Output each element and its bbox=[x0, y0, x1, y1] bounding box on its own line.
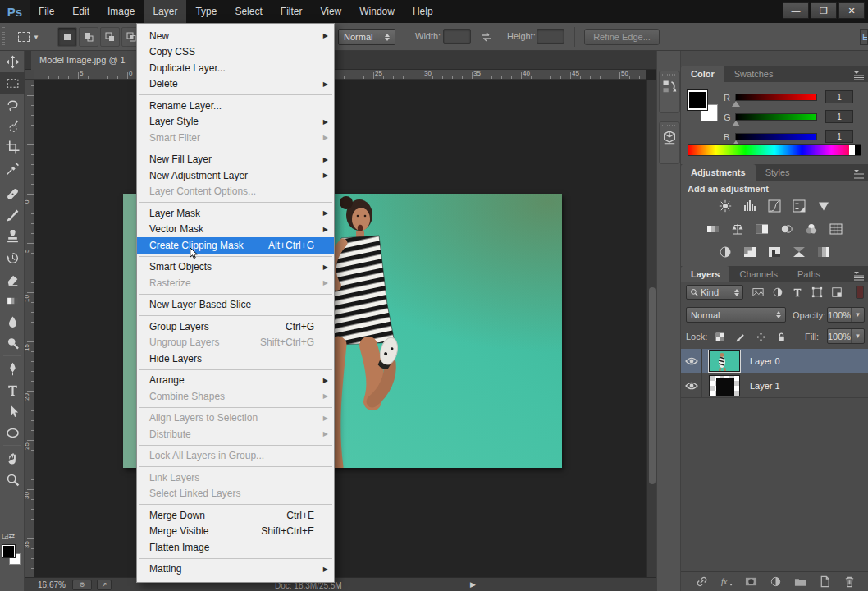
invert-button[interactable] bbox=[716, 245, 734, 259]
zoom-level[interactable]: 16.67% bbox=[38, 580, 66, 589]
menubar-item-file[interactable]: File bbox=[30, 0, 63, 23]
white-swatch[interactable] bbox=[849, 145, 855, 155]
menu-item-new-layer-based-slice[interactable]: New Layer Based Slice bbox=[137, 297, 334, 314]
status-share-button[interactable]: ↗ bbox=[97, 580, 112, 590]
menu-item-layer-style[interactable]: Layer Style▶ bbox=[137, 114, 334, 131]
threshold-button[interactable] bbox=[765, 245, 783, 259]
eyedropper-tool[interactable] bbox=[0, 158, 25, 179]
history-brush-tool[interactable] bbox=[0, 247, 25, 268]
levels-button[interactable] bbox=[741, 199, 759, 213]
panel-menu-icon[interactable] bbox=[853, 167, 865, 179]
black-white-button[interactable] bbox=[753, 222, 771, 236]
shape-layer-filter-button[interactable] bbox=[809, 285, 825, 300]
lasso-tool[interactable] bbox=[0, 94, 25, 115]
clone-stamp-tool[interactable] bbox=[0, 226, 25, 247]
properties-3d-panel-button[interactable] bbox=[659, 121, 680, 164]
menu-item-copy-css[interactable]: Copy CSS bbox=[137, 44, 334, 61]
blue-slider[interactable] bbox=[735, 133, 817, 140]
subtract-from-selection-button[interactable] bbox=[100, 27, 120, 47]
tab-swatches[interactable]: Swatches bbox=[724, 66, 783, 82]
delete-layer-button[interactable] bbox=[842, 575, 857, 589]
menu-item-delete[interactable]: Delete▶ bbox=[137, 76, 334, 93]
fill-dropdown[interactable]: 100%▼ bbox=[827, 328, 865, 344]
blur-tool[interactable] bbox=[0, 311, 25, 332]
tab-adjustments[interactable]: Adjustments bbox=[681, 164, 756, 181]
history-panel-button[interactable] bbox=[659, 71, 680, 113]
status-flyout-arrow-icon[interactable]: ▶ bbox=[470, 580, 476, 589]
menu-item-hide-layers[interactable]: Hide Layers bbox=[137, 350, 334, 367]
quick-select-tool[interactable] bbox=[0, 115, 25, 136]
visibility-toggle[interactable] bbox=[681, 373, 702, 398]
scrollbar-thumb[interactable] bbox=[649, 287, 656, 484]
ellipse-tool[interactable] bbox=[0, 422, 25, 443]
adjustment-layer-filter-button[interactable] bbox=[770, 285, 786, 300]
layer-row-layer-1[interactable]: Layer 1 bbox=[681, 373, 868, 398]
new-selection-button[interactable] bbox=[57, 27, 77, 47]
black-swatch[interactable] bbox=[855, 145, 861, 155]
pen-tool[interactable] bbox=[0, 358, 25, 379]
menubar-item-layer[interactable]: Layer bbox=[144, 0, 186, 23]
menu-item-merge-visible[interactable]: Merge VisibleShift+Ctrl+E bbox=[137, 524, 334, 540]
add-to-selection-button[interactable] bbox=[79, 27, 98, 47]
marquee-tool[interactable] bbox=[0, 72, 25, 94]
lock-position-button[interactable] bbox=[753, 329, 768, 344]
curves-button[interactable] bbox=[765, 199, 783, 213]
layer-filter-toggle[interactable] bbox=[856, 286, 864, 299]
restore-button[interactable]: ❐ bbox=[811, 2, 837, 19]
menubar-item-edit[interactable]: Edit bbox=[63, 0, 98, 23]
new-layer-button[interactable] bbox=[817, 575, 832, 589]
tab-color[interactable]: Color bbox=[681, 66, 724, 82]
opacity-dropdown[interactable]: 100%▼ bbox=[827, 307, 865, 323]
red-slider-thumb[interactable] bbox=[732, 101, 740, 107]
type-layer-filter-button[interactable] bbox=[789, 285, 806, 300]
type-tool[interactable] bbox=[0, 379, 25, 401]
blue-value[interactable]: 1 bbox=[825, 130, 853, 143]
layer-thumbnail[interactable] bbox=[709, 350, 740, 372]
color-balance-button[interactable] bbox=[729, 222, 747, 236]
healing-tool[interactable] bbox=[0, 183, 25, 204]
layer-row-layer-0[interactable]: Layer 0 bbox=[681, 349, 868, 373]
menu-item-duplicate-layer[interactable]: Duplicate Layer... bbox=[137, 60, 334, 76]
layer-name[interactable]: Layer 1 bbox=[750, 381, 780, 391]
menubar-item-type[interactable]: Type bbox=[186, 0, 226, 23]
panel-menu-icon[interactable] bbox=[853, 269, 865, 281]
menu-item-matting[interactable]: Matting▶ bbox=[137, 561, 334, 578]
lock-transparency-button[interactable] bbox=[712, 329, 727, 344]
foreground-color-swatch[interactable] bbox=[688, 90, 707, 110]
layer-thumbnail[interactable] bbox=[709, 375, 740, 396]
horizontal-ruler[interactable]: 50253035404550 bbox=[34, 70, 646, 80]
lock-all-button[interactable] bbox=[774, 329, 788, 344]
menu-item-new-adjustment-layer[interactable]: New Adjustment Layer▶ bbox=[137, 167, 334, 184]
refine-edge-button[interactable]: Refine Edge... bbox=[584, 29, 660, 45]
color-spectrum-ramp[interactable] bbox=[688, 144, 861, 156]
menubar-item-window[interactable]: Window bbox=[350, 0, 404, 23]
menu-item-rename-layer[interactable]: Rename Layer... bbox=[137, 98, 334, 114]
swap-colors-icon[interactable]: ◲⇄ bbox=[2, 532, 15, 540]
vertical-scrollbar[interactable] bbox=[646, 80, 656, 577]
color-lookup-button[interactable] bbox=[827, 222, 845, 236]
new-adjustment-button[interactable] bbox=[768, 575, 783, 589]
dodge-tool[interactable] bbox=[0, 332, 25, 354]
zoom-tool[interactable] bbox=[0, 469, 25, 490]
menubar-item-image[interactable]: Image bbox=[98, 0, 144, 23]
layer-blend-mode-dropdown[interactable]: Normal bbox=[686, 307, 786, 323]
swap-dimensions-icon[interactable] bbox=[480, 32, 493, 42]
crop-tool[interactable] bbox=[0, 136, 25, 158]
vertical-ruler[interactable]: 05101520253035 bbox=[25, 80, 34, 577]
move-tool[interactable] bbox=[0, 51, 25, 72]
workspace-button-partial[interactable]: E bbox=[860, 29, 868, 45]
menubar-item-select[interactable]: Select bbox=[226, 0, 271, 23]
width-input[interactable] bbox=[443, 29, 471, 44]
selective-color-button[interactable] bbox=[790, 245, 808, 259]
posterize-button[interactable] bbox=[741, 245, 759, 259]
menu-item-merge-down[interactable]: Merge DownCtrl+E bbox=[137, 507, 334, 524]
red-value[interactable]: 1 bbox=[825, 90, 853, 103]
exposure-button[interactable] bbox=[790, 199, 808, 213]
channel-mixer-button[interactable] bbox=[802, 222, 820, 236]
panel-menu-icon[interactable] bbox=[853, 69, 865, 80]
menubar-item-help[interactable]: Help bbox=[404, 0, 442, 23]
hue-saturation-button[interactable] bbox=[704, 222, 722, 236]
foreground-color-swatch[interactable] bbox=[2, 545, 15, 557]
layer-name[interactable]: Layer 0 bbox=[750, 356, 780, 366]
options-bar-grip[interactable] bbox=[2, 27, 5, 47]
